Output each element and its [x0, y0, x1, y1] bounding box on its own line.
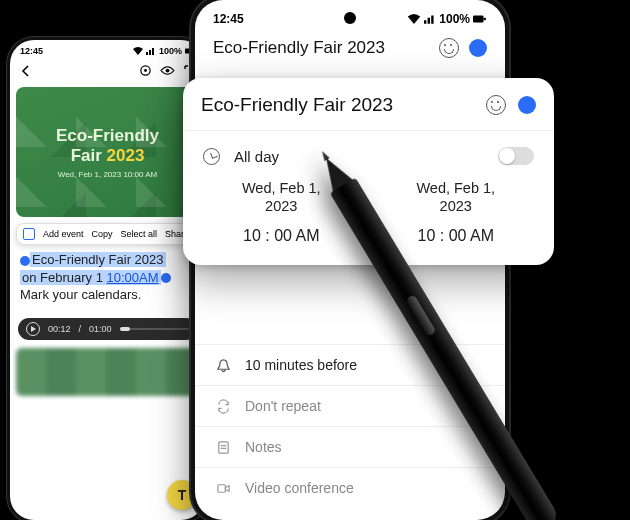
svg-rect-5 [473, 16, 484, 23]
camera-hole [344, 12, 356, 24]
svg-rect-8 [217, 484, 225, 492]
event-title[interactable]: Eco-Friendly Fair 2023 [213, 38, 429, 58]
video-row[interactable]: Video conference [195, 468, 505, 508]
video-label: Video conference [245, 480, 354, 496]
all-day-label: All day [234, 148, 484, 165]
repeat-label: Don't repeat [245, 398, 321, 414]
svg-point-3 [144, 69, 147, 72]
svg-rect-7 [218, 441, 227, 452]
clock-icon [203, 148, 220, 165]
poster-title-line1: Eco-Friendly [56, 126, 159, 146]
total-time: 01:00 [89, 324, 112, 334]
phone-background: 12:45 100% Eco-Friendly Fair 2023 Wed, F… [10, 40, 205, 520]
notes-label: Notes [245, 439, 282, 455]
clock-text: 12:45 [213, 12, 244, 26]
notes-row[interactable]: Notes [195, 427, 505, 467]
notes-icon [215, 439, 231, 455]
wifi-icon [133, 47, 143, 55]
selection-handle-end[interactable] [161, 273, 171, 283]
selected-text-line2: on February 1 10:00AM [20, 270, 161, 285]
video-icon [215, 480, 231, 496]
thumbnail-strip [16, 348, 199, 396]
text-context-menu: Add event Copy Select all Share [16, 223, 199, 245]
card-title-row[interactable]: Eco-Friendly Fair 2023 [201, 94, 536, 116]
svg-point-4 [166, 69, 170, 73]
status-bar: 12:45 100% [10, 40, 205, 58]
battery-text: 100% [159, 46, 182, 56]
poster-title-line2: Fair 2023 [71, 146, 145, 166]
end-datetime[interactable]: Wed, Feb 1,2023 10 : 00 AM [380, 179, 533, 245]
poster-subtitle: Wed, Feb 1, 2023 10:00 AM [58, 170, 157, 179]
selected-text-line1: Eco-Friendly Fair 2023 [30, 252, 166, 267]
all-day-toggle[interactable] [498, 147, 534, 165]
repeat-icon [215, 398, 231, 414]
back-icon[interactable] [20, 65, 32, 77]
note-toolbar [10, 58, 205, 83]
calendar-color-dot[interactable] [469, 39, 487, 57]
reminder-label: 10 minutes before [245, 357, 357, 373]
status-icons: 100% [407, 12, 487, 26]
bell-icon [215, 357, 231, 373]
note-text-line3: Mark your calendars. [20, 287, 141, 302]
svg-rect-0 [185, 49, 193, 54]
clock-text: 12:45 [20, 46, 43, 56]
audio-player[interactable]: 00:12 / 01:00 [18, 318, 197, 340]
signal-icon [146, 47, 156, 55]
eye-icon[interactable] [160, 64, 175, 77]
status-icons: 100% [133, 46, 195, 56]
calendar-icon [23, 228, 35, 240]
battery-icon [185, 47, 195, 55]
signal-icon [424, 14, 436, 24]
calendar-color-dot[interactable] [518, 96, 536, 114]
battery-text: 100% [439, 12, 470, 26]
elapsed-time: 00:12 [48, 324, 71, 334]
event-title-row[interactable]: Eco-Friendly Fair 2023 [195, 30, 505, 68]
scan-icon[interactable] [139, 64, 152, 77]
battery-icon [473, 14, 487, 24]
event-poster: Eco-Friendly Fair 2023 Wed, Feb 1, 2023 … [16, 87, 199, 217]
svg-rect-6 [484, 18, 486, 20]
card-title[interactable]: Eco-Friendly Fair 2023 [201, 94, 474, 116]
expand-icon[interactable] [183, 64, 195, 77]
emoji-icon[interactable] [486, 95, 506, 115]
emoji-icon[interactable] [439, 38, 459, 58]
wifi-icon [407, 14, 421, 24]
svg-rect-1 [193, 50, 195, 52]
add-event-button[interactable]: Add event [43, 229, 84, 239]
note-body[interactable]: Eco-Friendly Fair 2023 on February 1 10:… [20, 251, 195, 304]
progress-bar[interactable] [120, 328, 189, 330]
selection-handle-start[interactable] [20, 256, 30, 266]
text-mode-fab[interactable]: T [167, 480, 197, 510]
select-all-button[interactable]: Select all [121, 229, 158, 239]
all-day-row[interactable]: All day [201, 131, 536, 171]
copy-button[interactable]: Copy [92, 229, 113, 239]
play-icon[interactable] [26, 322, 40, 336]
